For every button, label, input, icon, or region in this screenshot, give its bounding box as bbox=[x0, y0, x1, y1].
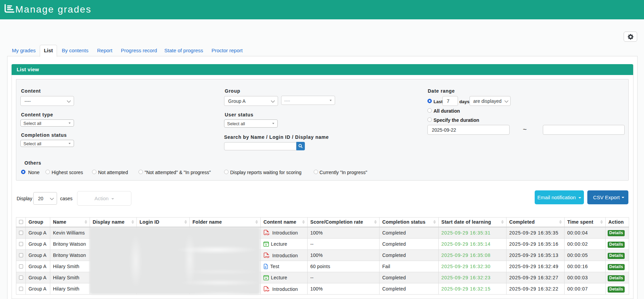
svg-text:PDF: PDF bbox=[265, 233, 270, 236]
svg-text:PDF: PDF bbox=[265, 289, 270, 292]
svg-text:PDF: PDF bbox=[265, 256, 270, 258]
